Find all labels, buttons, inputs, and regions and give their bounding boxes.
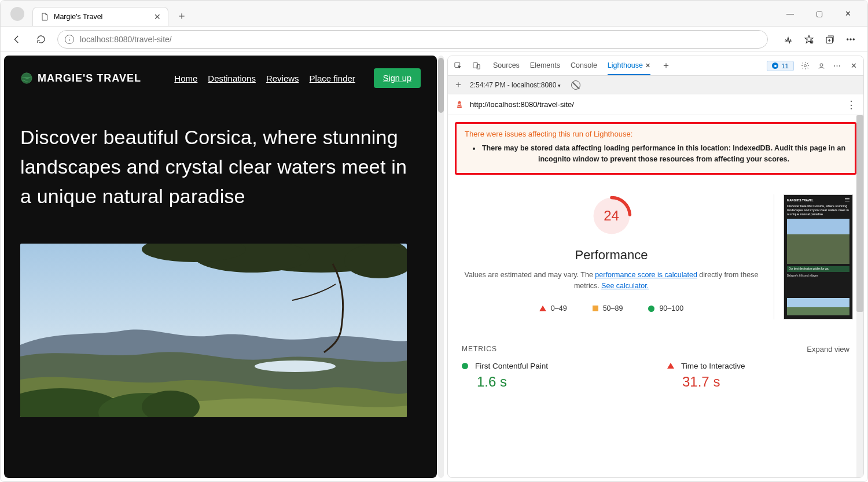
- window-close-icon[interactable]: ✕: [841, 6, 855, 21]
- refresh-button[interactable]: [33, 31, 49, 47]
- legend-mid-icon: [593, 306, 598, 311]
- page-scrollbar[interactable]: [438, 56, 444, 478]
- nav-home[interactable]: Home: [174, 73, 197, 83]
- svg-point-4: [853, 38, 854, 39]
- svg-point-19: [820, 64, 823, 67]
- legend-high-icon: [648, 306, 654, 312]
- globe-icon: [20, 72, 33, 84]
- tab-lighthouse[interactable]: Lighthouse✕: [608, 57, 650, 75]
- site-info-icon[interactable]: i: [65, 35, 74, 44]
- lighthouse-warning: There were issues affecting this run of …: [455, 122, 856, 175]
- warning-item: There may be stored data affecting loadi…: [481, 143, 847, 165]
- report-menu-icon[interactable]: ⋮: [846, 98, 856, 111]
- nav-placefinder[interactable]: Place finder: [310, 73, 355, 83]
- metric-status-good-icon: [462, 363, 468, 369]
- tab-sources[interactable]: Sources: [493, 57, 520, 75]
- hero-text: Discover beautiful Corsica, where stunni…: [20, 123, 414, 211]
- signup-button[interactable]: Sign up: [374, 68, 421, 88]
- feedback-icon[interactable]: [816, 61, 826, 71]
- favorites-icon[interactable]: [800, 31, 818, 47]
- metrics-heading: METRICS: [462, 345, 497, 354]
- issues-count: 11: [781, 62, 789, 69]
- close-lighthouse-tab-icon[interactable]: ✕: [645, 62, 650, 69]
- address-bar[interactable]: i: [57, 30, 768, 49]
- inspect-icon[interactable]: [453, 61, 463, 71]
- svg-point-2: [847, 38, 848, 39]
- metric-status-bad-icon: [667, 363, 674, 369]
- metric-tti-value: 31.7 s: [682, 374, 849, 390]
- browser-tab[interactable]: Margie's Travel ✕: [32, 7, 168, 26]
- more-tabs-icon[interactable]: ＋: [661, 61, 671, 71]
- lighthouse-icon: [455, 100, 464, 109]
- performance-gauge[interactable]: 24 Performance: [458, 194, 764, 263]
- see-calculator-link[interactable]: See calculator.: [601, 282, 649, 290]
- score-calc-link[interactable]: performance score is calculated: [595, 271, 697, 279]
- warning-title: There were issues affecting this run of …: [465, 130, 847, 138]
- tab-title: Margie's Travel: [54, 13, 102, 21]
- svg-point-3: [850, 38, 851, 39]
- nav-reviews[interactable]: Reviews: [266, 73, 299, 83]
- tab-elements[interactable]: Elements: [530, 57, 560, 75]
- score-legend: 0–49 50–89 90–100: [458, 304, 764, 312]
- url-input[interactable]: [80, 35, 760, 44]
- hero-image: [20, 244, 407, 417]
- devtools-scrollbar[interactable]: [856, 115, 863, 477]
- score-description: Values are estimated and may vary. The p…: [458, 270, 764, 292]
- expand-view-button[interactable]: Expand view: [807, 345, 849, 354]
- clear-report-icon[interactable]: [571, 80, 580, 90]
- devtools-panel: Sources Elements Console Lighthouse✕ ＋ 1…: [447, 56, 864, 478]
- brand-text: MARGIE'S TRAVEL: [38, 72, 141, 84]
- profile-avatar[interactable]: [10, 7, 24, 21]
- report-screenshot: MARGIE'S TRAVEL Discover beautiful Corsi…: [784, 194, 853, 319]
- new-tab-button[interactable]: ＋: [173, 5, 190, 26]
- devtools-menu-icon[interactable]: ⋯: [832, 61, 843, 71]
- close-tab-icon[interactable]: ✕: [154, 12, 161, 21]
- svg-point-7: [255, 360, 336, 372]
- new-report-icon[interactable]: ＋: [454, 79, 463, 91]
- performance-score: 24: [590, 194, 633, 237]
- device-toggle-icon[interactable]: [471, 61, 481, 71]
- window-maximize-icon[interactable]: ▢: [812, 6, 826, 21]
- svg-point-18: [804, 65, 806, 67]
- site-brand: MARGIE'S TRAVEL: [20, 72, 141, 84]
- page-viewport: MARGIE'S TRAVEL Home Destinations Review…: [4, 56, 437, 478]
- metric-fcp-value: 1.6 s: [477, 374, 644, 390]
- browser-titlebar: Margie's Travel ✕ ＋ — ▢ ✕: [1, 1, 867, 27]
- read-aloud-icon[interactable]: [779, 31, 797, 47]
- report-url: http://localhost:8080/travel-site/: [470, 100, 840, 109]
- report-selector[interactable]: 2:54:47 PM - localhost:8080: [470, 81, 561, 89]
- issues-badge[interactable]: 11: [767, 61, 794, 71]
- browser-toolbar: i: [1, 27, 867, 52]
- svg-rect-17: [477, 65, 480, 69]
- browser-menu-icon[interactable]: [842, 31, 859, 47]
- metric-tti[interactable]: Time to Interactive 31.7 s: [667, 362, 849, 390]
- page-icon: [40, 12, 49, 21]
- close-devtools-icon[interactable]: ✕: [848, 61, 859, 71]
- back-button[interactable]: [9, 31, 25, 47]
- collections-icon[interactable]: [821, 31, 838, 47]
- nav-destinations[interactable]: Destinations: [208, 73, 256, 83]
- legend-low-icon: [539, 306, 546, 311]
- settings-gear-icon[interactable]: [800, 61, 810, 71]
- window-minimize-icon[interactable]: —: [783, 6, 797, 21]
- gauge-label: Performance: [575, 248, 648, 263]
- metric-fcp[interactable]: First Contentful Paint 1.6 s: [462, 362, 644, 390]
- tab-console[interactable]: Console: [571, 57, 597, 75]
